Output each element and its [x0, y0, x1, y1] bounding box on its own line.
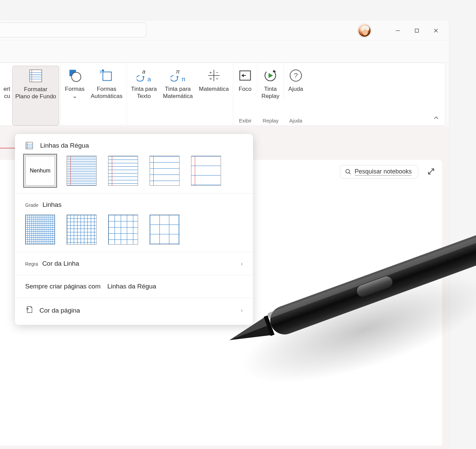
svg-text:π: π [182, 76, 185, 83]
auto-shapes-label-1: Formas [97, 85, 117, 93]
svg-text:×: × [209, 76, 212, 81]
line-color-menu[interactable]: Regra Cor da Linha › [15, 252, 253, 275]
search-placeholder-text: Pesquisar notebooks [355, 168, 412, 176]
format-background-button[interactable]: Formatar Plano de Fundo [12, 66, 59, 126]
grid-swatch-small[interactable] [25, 215, 55, 245]
minimize-button[interactable] [388, 23, 407, 38]
math-button[interactable]: +−×÷ Matemática [196, 66, 232, 126]
auto-shapes-label-2: Automáticas [91, 93, 123, 100]
ink-math-icon: ππ [170, 68, 186, 83]
swatch-none-label: Nenhum [30, 168, 50, 174]
chevron-right-icon: › [241, 307, 243, 314]
shapes-label: Formas [65, 85, 85, 93]
ribbon-collapse-button[interactable] [432, 114, 440, 122]
group-label-replay: Replay [257, 118, 284, 123]
svg-rect-12 [103, 72, 112, 81]
format-background-dropdown: Linhas da Régua Nenhum Grade Linhas [15, 134, 253, 325]
ribbon: ert cu Formatar Plano de Fundo Formas [0, 63, 445, 126]
replay-label-1: Tinta [264, 85, 277, 93]
always-create-option[interactable]: Sempre criar páginas com Linhas da Régua [15, 275, 253, 298]
grid-small-label: Grade [25, 202, 38, 208]
ink-math-label-2: Matemática [163, 93, 193, 100]
svg-marker-21 [176, 76, 178, 78]
ink-to-text-button[interactable]: aa Tinta para Texto [128, 66, 159, 126]
svg-point-15 [103, 80, 104, 81]
ink-to-math-button[interactable]: ππ Tinta para Matemática [160, 66, 196, 126]
svg-text:÷: ÷ [216, 76, 219, 81]
focus-icon [237, 68, 253, 83]
rule-small-label: Regra [25, 261, 38, 267]
maximize-button[interactable] [407, 23, 426, 38]
format-bg-label-2: Plano de Fundo [15, 93, 56, 100]
svg-text:π: π [176, 68, 180, 75]
replay-icon [262, 68, 278, 83]
shapes-chevron-icon: ⌄ [72, 93, 77, 100]
title-bar [0, 20, 449, 41]
svg-line-39 [428, 169, 434, 174]
chevron-right-icon: › [241, 260, 243, 267]
ruler-swatch-college[interactable] [108, 156, 138, 186]
ruled-page-icon [28, 68, 44, 84]
format-bg-label-1: Formatar [24, 86, 48, 93]
svg-rect-40 [26, 142, 33, 149]
help-icon: ? [288, 68, 304, 83]
ribbon-btn-partial[interactable]: ert cu [1, 66, 12, 126]
svg-rect-1 [415, 29, 419, 32]
ruler-swatch-wide[interactable] [191, 156, 221, 186]
svg-point-37 [346, 169, 350, 173]
svg-line-38 [349, 173, 351, 174]
grid-swatch-large[interactable] [108, 215, 138, 245]
svg-marker-34 [269, 73, 273, 78]
line-color-label: Cor da Linha [42, 260, 79, 267]
grid-swatch-medium[interactable] [67, 215, 97, 245]
math-icon: +−×÷ [206, 68, 222, 83]
svg-marker-18 [142, 76, 144, 78]
shapes-button[interactable]: Formas ⌄ [62, 66, 87, 126]
focus-label: Foco [239, 85, 252, 93]
ruler-swatch-standard[interactable] [150, 156, 180, 186]
partial-label-1: ert [3, 85, 10, 93]
shapes-icon [67, 68, 83, 83]
replay-label-2: Replay [261, 93, 279, 100]
svg-marker-31 [241, 74, 243, 78]
svg-text:+: + [209, 70, 212, 75]
ink-math-label-1: Tinta para [165, 85, 191, 93]
ruler-swatch-none[interactable]: Nenhum [25, 156, 55, 186]
always-create-label: Sempre criar páginas com [25, 283, 101, 290]
svg-point-14 [111, 72, 112, 73]
auto-shapes-icon [99, 68, 114, 83]
help-label: Ajuda [288, 85, 303, 93]
ink-text-icon: aa [136, 68, 152, 83]
svg-text:a: a [148, 76, 151, 83]
user-avatar[interactable] [358, 24, 371, 37]
svg-point-11 [71, 72, 81, 82]
search-notebooks-input[interactable]: Pesquisar notebooks [340, 165, 418, 179]
tabs-area [0, 41, 449, 63]
title-search-field[interactable] [0, 22, 146, 37]
svg-text:?: ? [294, 71, 298, 79]
page-color-label: Cor da página [39, 307, 80, 314]
page-color-icon [25, 305, 33, 315]
ruler-swatch-narrow[interactable] [67, 156, 97, 186]
search-icon [345, 169, 351, 175]
group-label-help: Ajuda [284, 118, 308, 123]
auto-shapes-button[interactable]: Formas Automáticas [88, 66, 125, 126]
grid-lines-heading: Linhas [42, 201, 62, 209]
svg-rect-4 [30, 70, 42, 82]
svg-text:−: − [216, 70, 218, 75]
svg-text:a: a [142, 68, 146, 75]
ink-replay-button[interactable]: Tinta Replay [259, 66, 282, 101]
svg-point-13 [103, 72, 104, 73]
help-button[interactable]: ? Ajuda [285, 66, 306, 94]
grid-swatch-xlarge[interactable] [150, 215, 180, 245]
group-label-view: Exibir [233, 118, 257, 123]
ruled-page-small-icon [25, 142, 33, 150]
ruler-lines-heading: Linhas da Régua [40, 142, 89, 149]
svg-point-16 [111, 80, 112, 81]
fullscreen-button[interactable] [426, 166, 437, 177]
focus-button[interactable]: Foco [235, 66, 256, 94]
page-color-menu[interactable]: Cor da página › [15, 298, 253, 323]
close-button[interactable] [426, 23, 445, 38]
math-label: Matemática [199, 85, 229, 93]
partial-label-2: cu [4, 93, 10, 100]
